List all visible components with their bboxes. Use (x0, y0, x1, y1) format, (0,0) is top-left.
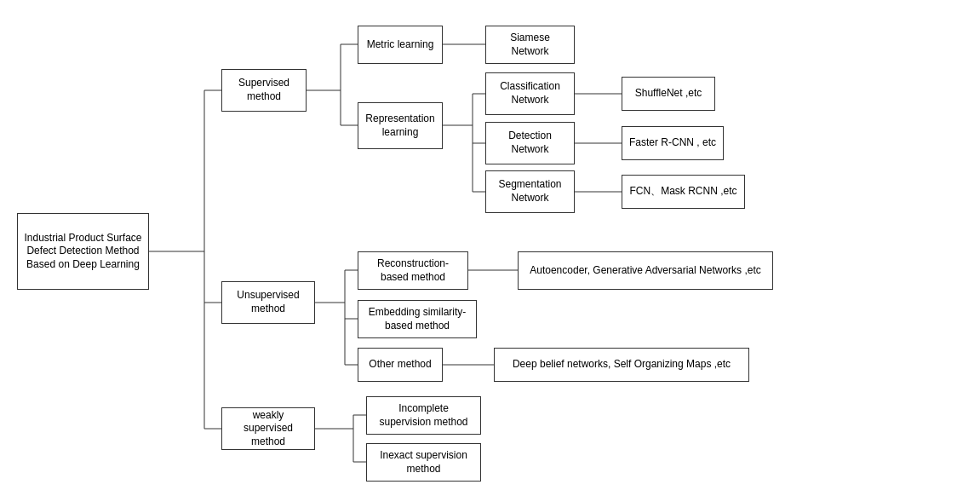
metric-node: Metric learning (358, 26, 443, 64)
deepbelief-node: Deep belief networks, Self Organizing Ma… (494, 348, 749, 382)
siamese-node: Siamese Network (485, 26, 575, 64)
segnet-node: Segmentation Network (485, 170, 575, 213)
fasterrcnn-node: Faster R-CNN , etc (622, 126, 724, 160)
autoenc-node: Autoencoder, Generative Adversarial Netw… (518, 251, 773, 290)
incomplete-node: Incomplete supervision method (366, 396, 481, 435)
other-node: Other method (358, 348, 443, 382)
diagram: Industrial Product Surface Defect Detect… (0, 0, 980, 496)
detnet-node: Detection Network (485, 122, 575, 164)
classnet-node: Classification Network (485, 72, 575, 115)
unsupervised-node: Unsupervised method (221, 281, 315, 324)
shufflenet-node: ShuffleNet ,etc (622, 77, 715, 111)
weakly-node: weakly supervised method (221, 407, 315, 450)
repr-node: Representation learning (358, 102, 443, 149)
root-node: Industrial Product Surface Defect Detect… (17, 213, 149, 290)
inexact-node: Inexact supervision method (366, 443, 481, 482)
supervised-node: Supervised method (221, 69, 307, 112)
fcn-node: FCN、Mask RCNN ,etc (622, 175, 745, 209)
embed-node: Embedding similarity-based method (358, 300, 477, 338)
recon-node: Reconstruction-based method (358, 251, 468, 290)
